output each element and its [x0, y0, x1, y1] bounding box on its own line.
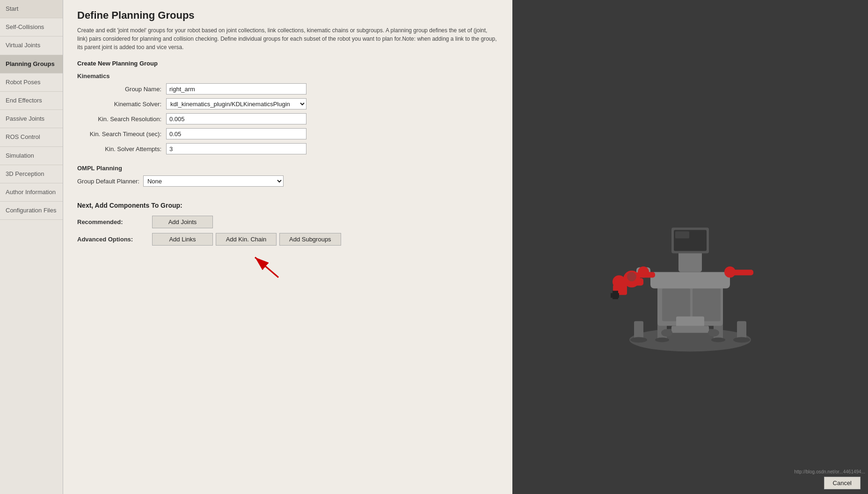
svg-point-36 [708, 329, 719, 337]
sidebar: StartSelf-CollisionsVirtual JointsPlanni… [0, 0, 63, 494]
add-kin-chain-button[interactable]: Add Kin. Chain [216, 233, 277, 246]
kin-search-timeout-label: Kin. Search Timeout (sec): [77, 131, 166, 138]
kin-solver-attempts-label: Kin. Solver Attempts: [77, 145, 166, 153]
components-section: Next, Add Components To Group: Recommend… [77, 202, 498, 278]
sidebar-item-robot-poses[interactable]: Robot Poses [0, 73, 63, 92]
svg-line-1 [255, 257, 278, 277]
ompl-section: OMPL Planning Group Default Planner: Non… [77, 165, 498, 190]
sidebar-item-end-effectors[interactable]: End Effectors [0, 92, 63, 110]
ompl-planner-row: Group Default Planner: NoneESTKPIECEBKPI… [77, 175, 498, 187]
sidebar-item-self-collisions[interactable]: Self-Collisions [0, 18, 63, 36]
group-name-row: Group Name: [77, 83, 498, 94]
svg-rect-32 [730, 270, 753, 276]
sidebar-item-ros-control[interactable]: ROS Control [0, 128, 63, 146]
sidebar-item-virtual-joints[interactable]: Virtual Joints [0, 36, 63, 55]
svg-rect-15 [678, 251, 702, 272]
3d-viewport-panel: Cancel http://blog.osdn.net/or...4461494… [512, 0, 868, 494]
svg-rect-12 [662, 289, 690, 321]
watermark-text: http://blog.osdn.net/or...4461494... [791, 468, 868, 475]
svg-rect-29 [613, 291, 615, 299]
components-title: Next, Add Components To Group: [77, 202, 498, 209]
recommended-row: Recommended: Add Joints [77, 216, 498, 228]
kin-search-timeout-input[interactable] [166, 128, 306, 139]
ompl-planner-select[interactable]: NoneESTKPIECEBKPIECELBKPIECERRTRRTConnec… [143, 175, 284, 187]
svg-rect-18 [675, 232, 689, 239]
svg-point-9 [655, 338, 669, 342]
svg-rect-25 [636, 272, 655, 278]
page-title: Define Planning Groups [77, 9, 498, 22]
advanced-row: Advanced Options: Add Links Add Kin. Cha… [77, 233, 498, 246]
page-description: Create and edit 'joint model' groups for… [77, 26, 498, 51]
main-content: Define Planning Groups Create and edit '… [63, 0, 512, 494]
svg-rect-30 [615, 291, 618, 299]
kinematic-solver-row: Kinematic Solver: kdl_kinematics_plugin/… [77, 98, 498, 109]
sidebar-item-configuration-files[interactable]: Configuration Files [0, 202, 63, 220]
red-arrow-icon [250, 250, 297, 278]
sidebar-item-planning-groups[interactable]: Planning Groups [0, 55, 63, 73]
add-links-button[interactable]: Add Links [152, 233, 213, 246]
ompl-planner-label: Group Default Planner: [77, 178, 139, 185]
kin-search-res-input[interactable] [166, 113, 306, 124]
svg-rect-23 [613, 279, 629, 286]
sidebar-item-author-information[interactable]: Author Information [0, 183, 63, 202]
kin-search-res-label: Kin. Search Resolution: [77, 116, 166, 123]
svg-point-26 [627, 272, 636, 282]
kinematics-header: Kinematics [77, 73, 498, 80]
ompl-header: OMPL Planning [77, 165, 498, 172]
svg-point-7 [630, 337, 647, 343]
sidebar-item-start[interactable]: Start [0, 0, 63, 18]
svg-rect-34 [671, 326, 709, 333]
group-name-label: Group Name: [77, 86, 166, 93]
add-subgroups-button[interactable]: Add Subgroups [279, 233, 341, 246]
sidebar-item-simulation[interactable]: Simulation [0, 147, 63, 165]
kinematic-solver-select[interactable]: kdl_kinematics_plugin/KDLKinematicsPlugi… [166, 98, 306, 109]
annotation-arrow [152, 250, 498, 278]
svg-point-8 [733, 337, 750, 343]
kin-search-timeout-row: Kin. Search Timeout (sec): [77, 128, 498, 139]
sidebar-item-3d-perception[interactable]: 3D Perception [0, 165, 63, 183]
create-group-label: Create New Planning Group [77, 60, 498, 67]
add-joints-button[interactable]: Add Joints [152, 216, 213, 228]
robot-3d-model [611, 134, 770, 360]
svg-point-35 [661, 329, 672, 337]
recommended-label: Recommended: [77, 218, 152, 225]
kin-solver-attempts-input[interactable] [166, 143, 306, 154]
advanced-label: Advanced Options: [77, 236, 152, 243]
svg-rect-14 [650, 272, 730, 289]
svg-rect-13 [693, 289, 721, 321]
group-name-input[interactable] [166, 83, 306, 94]
sidebar-item-passive-joints[interactable]: Passive Joints [0, 110, 63, 128]
cancel-button[interactable]: Cancel [824, 477, 861, 489]
kin-search-res-row: Kin. Search Resolution: [77, 113, 498, 124]
cancel-bar: Cancel [512, 472, 868, 494]
robot-viewport [512, 0, 868, 494]
kin-solver-attempts-row: Kin. Solver Attempts: [77, 143, 498, 154]
kinematic-solver-label: Kinematic Solver: [77, 101, 166, 108]
svg-point-10 [711, 338, 725, 342]
